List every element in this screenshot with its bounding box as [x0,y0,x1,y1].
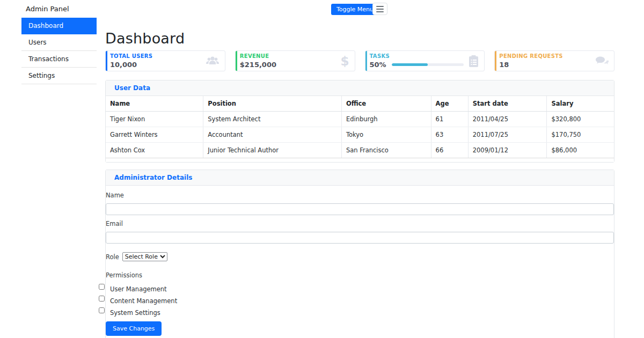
stat-card-tasks: TASKS 50% [365,50,485,71]
sidebar-item-transactions[interactable]: Transactions [21,51,97,68]
col-header-name: Name [106,96,203,112]
stat-label: PENDING REQUESTS [499,53,610,60]
stat-value: $215,000 [240,60,350,69]
sidebar-item-users[interactable]: Users [21,34,97,51]
user-data-table: Name Position Office Age Start date Sala… [106,96,614,158]
table-row: Garrett Winters Accountant Tokyo 63 2011… [106,127,614,143]
col-header-office: Office [341,96,431,112]
col-header-age: Age [431,96,468,112]
tasks-progress-bar [392,63,464,66]
cell: Ashton Cox [106,143,203,158]
cell: Junior Technical Author [203,143,342,158]
email-input[interactable] [106,232,614,244]
stat-card-pending-requests: PENDING REQUESTS 18 [494,50,614,71]
user-management-checkbox[interactable] [99,284,105,290]
name-input[interactable] [106,203,614,215]
sidebar-item-dashboard[interactable]: Dashboard [21,18,97,34]
cell: 63 [431,127,468,143]
page-title: Dashboard [105,30,614,47]
cell: 61 [431,112,468,127]
stat-card-total-users: TOTAL USERS 10,000 [105,50,225,71]
cell: Edinburgh [341,112,431,127]
permission-row-content-management: Content Management [106,295,614,303]
permissions-label: Permissions [106,271,614,279]
stat-value: 50% [370,60,386,69]
content-management-label: Content Management [110,297,177,305]
col-header-position: Position [203,96,342,112]
table-row: Tiger Nixon System Architect Edinburgh 6… [106,112,614,127]
stat-card-revenue: REVENUE $215,000 $ [235,50,355,71]
col-header-start-date: Start date [468,96,547,112]
col-header-salary: Salary [547,96,614,112]
tasks-progress-fill [392,63,428,66]
system-settings-label: System Settings [110,309,160,317]
role-select[interactable]: Select Role [122,252,167,261]
cell: Tiger Nixon [106,112,203,127]
role-label: Role [106,253,119,261]
content-management-checkbox[interactable] [99,296,105,302]
table-row: Ashton Cox Junior Technical Author San F… [106,143,614,158]
permission-row-system-settings: System Settings [106,307,614,314]
stats-row: TOTAL USERS 10,000 REVENUE $215,000 $ TA… [105,50,614,71]
main-content: Dashboard TOTAL USERS 10,000 REVENUE $21… [105,0,614,338]
cell: Accountant [203,127,342,143]
users-icon [206,56,219,67]
admin-details-card: Administrator Details Name Email Role Se… [105,170,614,338]
stat-label: TOTAL USERS [110,53,221,60]
cell: 66 [431,143,468,158]
cell: 2011/04/25 [468,112,547,127]
cell: 2009/01/12 [468,143,547,158]
stat-label: REVENUE [240,53,350,60]
comments-icon [595,56,609,66]
cell: System Architect [203,112,342,127]
user-data-card: User Data Name Position Office Age Start… [105,80,614,163]
sidebar-nav: Dashboard Users Transactions Settings [21,18,97,84]
cell: $86,000 [547,143,614,158]
permission-row-user-management: User Management [106,283,614,291]
user-management-label: User Management [110,285,167,293]
stat-label: TASKS [370,53,480,60]
admin-details-card-title: Administrator Details [106,170,614,186]
stat-value: 18 [499,60,610,69]
app-title: Admin Panel [26,5,69,13]
table-horizontal-scrollbar[interactable] [106,158,614,162]
name-label: Name [106,192,614,199]
stat-value: 10,000 [110,60,221,69]
cell: Tokyo [341,127,431,143]
cell: $170,750 [547,127,614,143]
system-settings-checkbox[interactable] [99,307,105,313]
save-changes-button[interactable]: Save Changes [106,321,162,336]
table-header-row: Name Position Office Age Start date Sala… [106,96,614,112]
clipboard-list-icon [469,55,479,67]
cell: $320,800 [547,112,614,127]
email-label: Email [106,220,614,227]
cell: San Francisco [341,143,431,158]
sidebar-item-settings[interactable]: Settings [21,68,97,84]
cell: 2011/07/25 [468,127,547,143]
cell: Garrett Winters [106,127,203,143]
user-data-card-title: User Data [106,80,614,96]
